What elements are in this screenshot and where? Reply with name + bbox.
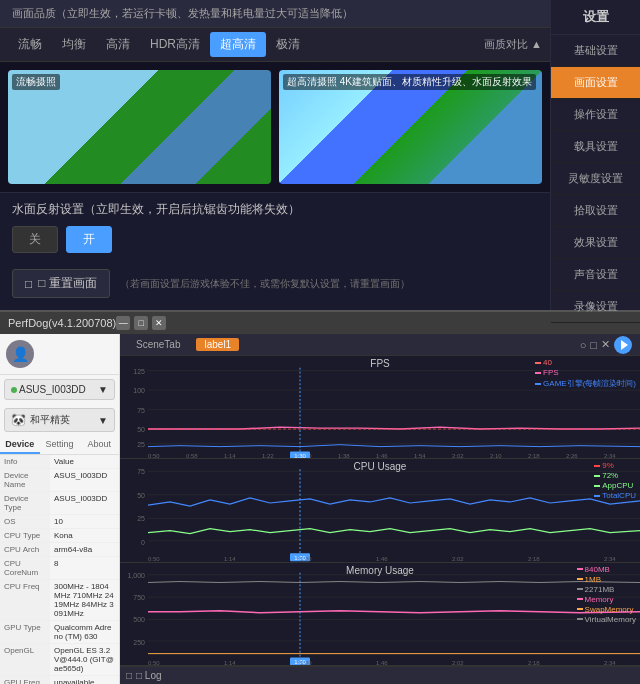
fps-legend-engine-label: GAME引擎(每帧渲染时间) xyxy=(543,378,636,389)
sidebar-item-sensitivity[interactable]: 灵敏度设置 xyxy=(551,163,640,195)
svg-text:0:50: 0:50 xyxy=(148,660,160,665)
sidebar-item-record[interactable]: 录像设置 xyxy=(551,291,640,323)
label1-tag[interactable]: label1 xyxy=(196,338,239,351)
perfdog-charts: SceneTab label1 ○ □ ✕ FPS 40 xyxy=(120,334,640,684)
tab-setting[interactable]: Setting xyxy=(40,436,80,454)
reset-section: □ □ 重置画面 （若画面设置后游戏体验不佳，或需你复默认设置，请重置画面） xyxy=(0,261,550,306)
reflection-title: 水面反射设置（立即生效，开启后抗锯齿功能将失效） xyxy=(12,201,538,218)
close-btn[interactable]: ✕ xyxy=(152,316,166,330)
info-key-cpufreq: CPU Freq xyxy=(0,580,50,620)
cpu-chart-svg: 75 50 25 0 1:30 0:50 1:14 1:30 1 xyxy=(120,459,640,561)
svg-text:2:02: 2:02 xyxy=(452,660,464,665)
fps-legend-fps-label: FPS xyxy=(543,368,559,377)
info-val-cputype: Kona xyxy=(50,529,77,542)
memory-legend-memory-label: Memory xyxy=(585,595,614,604)
cpu-legend-appcpu-dot xyxy=(594,485,600,487)
tab-hd[interactable]: 高清 xyxy=(96,32,140,57)
device-status-dot xyxy=(11,387,17,393)
device-selector[interactable]: ASUS_I003DD ▼ xyxy=(4,379,115,400)
svg-text:2:34: 2:34 xyxy=(604,453,616,458)
sidebar-item-graphics[interactable]: 画面设置 xyxy=(551,67,640,99)
svg-text:1:46: 1:46 xyxy=(376,453,388,458)
tab-balanced[interactable]: 均衡 xyxy=(52,32,96,57)
perfdog-left: 👤 ASUS_I003DD ▼ 🐼 和平精英 ▼ Device Setting … xyxy=(0,334,120,684)
memory-legend-840-dot xyxy=(577,568,583,570)
info-key-devicename: Device Name xyxy=(0,469,50,491)
info-key-os: OS xyxy=(0,515,50,528)
quality-compare[interactable]: 画质对比 ▲ xyxy=(484,37,542,52)
info-row-cpucores: CPU CoreNum 8 xyxy=(0,557,119,580)
info-key-cpuarch: CPU Arch xyxy=(0,543,50,556)
svg-text:1,000: 1,000 xyxy=(127,571,145,578)
tab-device[interactable]: Device xyxy=(0,436,40,454)
svg-text:2:02: 2:02 xyxy=(452,557,464,562)
svg-text:1:14: 1:14 xyxy=(224,453,236,458)
svg-text:750: 750 xyxy=(133,594,145,601)
fullscreen-icon[interactable]: □ xyxy=(590,339,597,351)
fps-legend-engine: GAME引擎(每帧渲染时间) xyxy=(535,378,636,389)
memory-legend-1mb-dot xyxy=(577,578,583,580)
cpu-legend-72-label: 72% xyxy=(602,471,618,480)
bottom-panel: PerfDog(v4.1.200708) — □ ✕ 👤 ASUS_I003DD… xyxy=(0,310,640,684)
close-chart-icon[interactable]: ✕ xyxy=(601,338,610,351)
info-val-devicetype: ASUS_I003DD xyxy=(50,492,111,514)
toggle-on-btn[interactable]: 开 xyxy=(66,226,112,253)
svg-text:0: 0 xyxy=(141,539,145,547)
window-icon[interactable]: ○ xyxy=(580,339,587,351)
scene-tab-label[interactable]: SceneTab xyxy=(128,337,188,352)
memory-chart-legend: 840MB 1MB 2271MB Memory xyxy=(577,565,636,624)
perfdog-titlebar: PerfDog(v4.1.200708) — □ ✕ xyxy=(0,312,640,334)
log-label: □ Log xyxy=(136,670,162,681)
record-btn[interactable] xyxy=(614,336,632,354)
quality-tabs: 流畅 均衡 高清 HDR高清 超高清 极清 画质对比 ▲ xyxy=(0,28,550,62)
tab-about[interactable]: About xyxy=(79,436,119,454)
sidebar-item-effects[interactable]: 效果设置 xyxy=(551,227,640,259)
sidebar-title: 设置 xyxy=(551,0,640,35)
sidebar-item-basic[interactable]: 基础设置 xyxy=(551,35,640,67)
memory-legend-memory: Memory xyxy=(577,595,636,604)
memory-legend-1mb-label: 1MB xyxy=(585,575,601,584)
tab-smooth[interactable]: 流畅 xyxy=(8,32,52,57)
fps-legend-40-label: 40 xyxy=(543,358,552,367)
toggle-off-btn[interactable]: 关 xyxy=(12,226,58,253)
memory-legend-swap: SwapMemory xyxy=(577,605,636,614)
svg-text:2:18: 2:18 xyxy=(528,453,540,458)
preview-ultra: 超高清摄照 4K建筑贴面、材质精性升级、水面反射效果 xyxy=(279,70,542,184)
svg-text:2:34: 2:34 xyxy=(604,660,616,665)
toggle-row: 关 开 xyxy=(12,226,538,253)
memory-legend-2271: 2271MB xyxy=(577,585,636,594)
tab-ultrahd[interactable]: 超高清 xyxy=(210,32,266,57)
info-val-cpuarch: arm64-v8a xyxy=(50,543,96,556)
maximize-btn[interactable]: □ xyxy=(134,316,148,330)
cpu-legend-total-label: TotalCPU xyxy=(602,491,636,500)
sidebar-item-pickup[interactable]: 拾取设置 xyxy=(551,195,640,227)
sidebar-item-vehicle[interactable]: 载具设置 xyxy=(551,131,640,163)
svg-text:0:50: 0:50 xyxy=(148,453,160,458)
info-row-opengl: OpenGL OpenGL ES 3.2 V@444.0 (GIT@ae565d… xyxy=(0,644,119,676)
tab-hdr[interactable]: HDR高清 xyxy=(140,32,210,57)
info-val-gpufreq: unavailable xyxy=(50,676,98,684)
app-selector[interactable]: 🐼 和平精英 ▼ xyxy=(4,408,115,432)
left-tabs: Device Setting About xyxy=(0,436,119,455)
svg-text:250: 250 xyxy=(133,639,145,646)
minimize-btn[interactable]: — xyxy=(116,316,130,330)
memory-legend-swap-dot xyxy=(577,608,583,610)
log-checkbox[interactable]: □ xyxy=(126,670,132,681)
info-val-cpufreq: 300MHz - 1804MHz 710MHz 2419MHz 84MHz 30… xyxy=(50,580,119,620)
svg-text:1:30: 1:30 xyxy=(294,453,306,458)
preview-smooth-label: 流畅摄照 xyxy=(12,74,60,90)
tab-extreme[interactable]: 极清 xyxy=(266,32,310,57)
memory-legend-memory-dot xyxy=(577,598,583,600)
device-dropdown-icon: ▼ xyxy=(98,384,108,395)
settings-main: 画面品质（立即生效，若运行卡顿、发热量和耗电量过大可适当降低） 流畅 均衡 高清… xyxy=(0,0,550,310)
reset-btn[interactable]: □ □ 重置画面 xyxy=(12,269,110,298)
bottom-bar: □ □ Log xyxy=(120,666,640,684)
memory-chart-container: Memory Usage 840MB 1MB 2271MB xyxy=(120,563,640,666)
svg-text:1:30: 1:30 xyxy=(300,660,312,665)
reset-label: □ 重置画面 xyxy=(38,275,97,292)
fps-legend-40: 40 xyxy=(535,358,636,367)
sidebar-item-operation[interactable]: 操作设置 xyxy=(551,99,640,131)
compare-label: 画质对比 ▲ xyxy=(484,37,542,52)
svg-text:2:18: 2:18 xyxy=(528,660,540,665)
sidebar-item-sound[interactable]: 声音设置 xyxy=(551,259,640,291)
